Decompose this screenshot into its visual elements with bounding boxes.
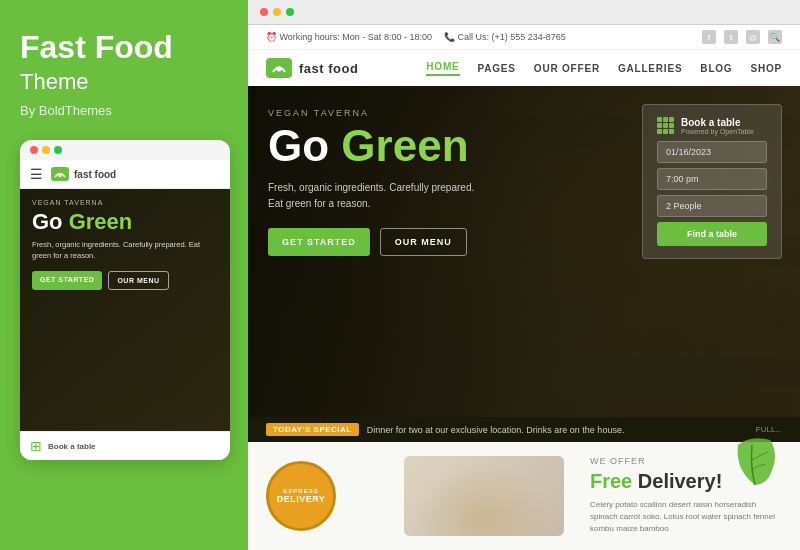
- dot-green: [54, 146, 62, 154]
- site-logo: fast food: [266, 58, 358, 78]
- mobile-logo-icon: [51, 167, 69, 181]
- theme-subtitle: Theme: [20, 69, 228, 95]
- hero-get-started-btn[interactable]: GET STARTED: [268, 228, 370, 256]
- we-offer-title: Free Delivery!: [590, 469, 782, 493]
- todays-special-bar: TODAY'S SPECIAL Dinner for two at our ex…: [248, 417, 800, 442]
- hero-our-menu-btn[interactable]: OUR MENU: [380, 228, 467, 256]
- theme-author: By BoldThemes: [20, 103, 228, 118]
- hero-green-word: Green: [341, 121, 468, 170]
- mobile-nav: ☰ fast food: [20, 160, 230, 189]
- hero-content: VEGAN TAVERNA Go Green Fresh, organic in…: [248, 86, 552, 278]
- mobile-book-icon: ⊞: [30, 438, 42, 454]
- nav-galleries[interactable]: GALLERIES: [618, 63, 682, 74]
- express-delivery-badge: EXPRESS DELIVERY: [266, 461, 336, 531]
- mobile-headline: Go Green: [32, 210, 218, 234]
- express-delivery-area: EXPRESS DELIVERY: [266, 456, 386, 536]
- hero-desc-line1: Fresh, organic ingredients. Carefully pr…: [268, 180, 532, 196]
- browser-dot-yellow: [273, 8, 281, 16]
- hero-headline: Go Green: [268, 124, 532, 168]
- browser-chrome: [248, 0, 800, 25]
- book-table-grid-icon: [657, 117, 675, 135]
- book-date-field[interactable]: 01/16/2023: [657, 141, 767, 163]
- search-icon[interactable]: 🔍: [768, 30, 782, 44]
- twitter-icon[interactable]: t: [724, 30, 738, 44]
- working-hours: ⏰ Working hours: Mon - Sat 8:00 - 18:00: [266, 32, 432, 42]
- special-label: TODAY'S SPECIAL: [266, 423, 359, 436]
- browser-dot-green: [286, 8, 294, 16]
- hero-description: Fresh, organic ingredients. Carefully pr…: [268, 180, 532, 212]
- mobile-go: Go: [32, 209, 63, 234]
- dot-red: [30, 146, 38, 154]
- call-us: 📞 Call Us: (+1) 555 234-8765: [444, 32, 566, 42]
- book-table-widget: Book a table Powered by OpenTable 01/16/…: [642, 104, 782, 259]
- svg-point-1: [277, 67, 282, 72]
- site-navbar: fast food HOME PAGES OUR OFFER GALLERIES…: [248, 50, 800, 86]
- hero-go: Go: [268, 121, 329, 170]
- topbar-right: f t @ 🔍: [702, 30, 782, 44]
- svg-point-0: [58, 173, 62, 177]
- mobile-buttons: GET STARTED OUR MENU: [32, 271, 218, 290]
- mobile-hero: VEGAN TAVERNA Go Green Fresh, organic in…: [20, 189, 230, 431]
- left-panel: Fast Food Theme By BoldThemes ☰ fast foo…: [0, 0, 248, 550]
- browser-dot-red: [260, 8, 268, 16]
- bottom-section: EXPRESS DELIVERY WE OFFER Free Delivery!…: [248, 442, 800, 550]
- mobile-book-text: Book a table: [48, 442, 96, 451]
- nav-pages[interactable]: PAGES: [478, 63, 516, 74]
- site-nav-links: HOME PAGES OUR OFFER GALLERIES BLOG SHOP: [426, 61, 782, 76]
- delivery-label: DELIVERY: [277, 494, 326, 504]
- book-table-title: Book a table: [681, 117, 754, 128]
- book-people-field[interactable]: 2 People: [657, 195, 767, 217]
- hero-buttons: GET STARTED OUR MENU: [268, 228, 532, 256]
- nav-our-offer[interactable]: OUR OFFER: [534, 63, 600, 74]
- nav-shop[interactable]: SHOP: [750, 63, 782, 74]
- instagram-icon[interactable]: @: [746, 30, 760, 44]
- food-bg: [404, 456, 564, 536]
- nav-blog[interactable]: BLOG: [700, 63, 732, 74]
- site-logo-icon: [266, 58, 292, 78]
- mobile-our-menu-btn[interactable]: OUR MENU: [108, 271, 168, 290]
- special-full-link[interactable]: FULL...: [756, 425, 782, 434]
- hamburger-icon[interactable]: ☰: [30, 166, 43, 182]
- mobile-get-started-btn[interactable]: GET STARTED: [32, 271, 102, 290]
- site-logo-text: fast food: [299, 61, 358, 76]
- we-offer-section: WE OFFER Free Delivery! Celery potato sc…: [582, 456, 782, 536]
- book-table-header: Book a table Powered by OpenTable: [657, 117, 767, 135]
- mobile-logo: fast food: [51, 167, 116, 181]
- dot-yellow: [42, 146, 50, 154]
- desktop-preview: ⏰ Working hours: Mon - Sat 8:00 - 18:00 …: [248, 25, 800, 550]
- we-offer-delivery: Delivery!: [638, 470, 723, 492]
- site-topbar: ⏰ Working hours: Mon - Sat 8:00 - 18:00 …: [248, 25, 800, 50]
- mobile-hero-desc: Fresh, organic ingredients. Carefully pr…: [32, 240, 218, 261]
- theme-title: Fast Food: [20, 30, 228, 65]
- mobile-green: Green: [69, 209, 133, 234]
- mobile-top-bar: [20, 140, 230, 160]
- mobile-mockup: ☰ fast food VEGAN TAVERNA Go Green Fresh…: [20, 140, 230, 460]
- hero-vegan-tag: VEGAN TAVERNA: [268, 108, 532, 118]
- we-offer-free: Free: [590, 470, 632, 492]
- book-table-powered: Powered by OpenTable: [681, 128, 754, 135]
- book-find-btn[interactable]: Find a table: [657, 222, 767, 246]
- special-text: Dinner for two at our exclusive location…: [367, 425, 625, 435]
- right-panel: ⏰ Working hours: Mon - Sat 8:00 - 18:00 …: [248, 0, 800, 550]
- site-hero: VEGAN TAVERNA Go Green Fresh, organic in…: [248, 86, 800, 417]
- mobile-book-bar[interactable]: ⊞ Book a table: [20, 431, 230, 460]
- facebook-icon[interactable]: f: [702, 30, 716, 44]
- mobile-vegan-tag: VEGAN TAVERNA: [32, 199, 218, 206]
- topbar-left: ⏰ Working hours: Mon - Sat 8:00 - 18:00 …: [266, 32, 566, 42]
- food-image: [404, 456, 564, 536]
- mobile-logo-text: fast food: [74, 169, 116, 180]
- book-table-title-wrap: Book a table Powered by OpenTable: [681, 117, 754, 135]
- nav-home[interactable]: HOME: [426, 61, 459, 76]
- we-offer-label: WE OFFER: [590, 456, 782, 466]
- book-time-field[interactable]: 7:00 pm: [657, 168, 767, 190]
- we-offer-desc: Celery potato scallion desert raisin hor…: [590, 499, 782, 535]
- hero-desc-line2: Eat green for a reason.: [268, 196, 532, 212]
